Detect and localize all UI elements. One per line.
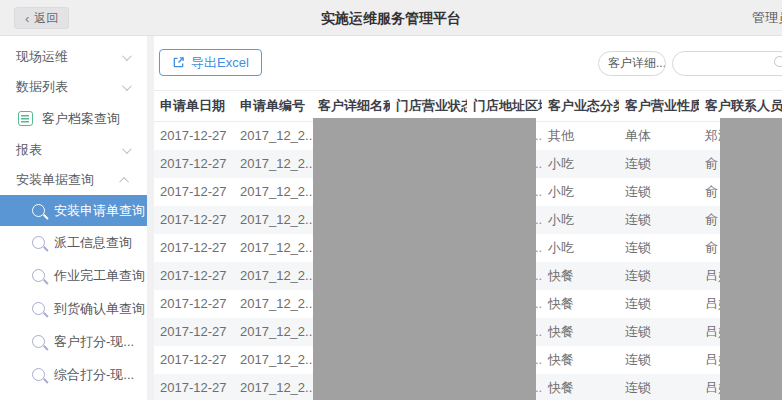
redaction-block-right	[720, 118, 782, 400]
sidebar-item[interactable]: 客户打分-现...	[0, 325, 147, 358]
sidebar-group[interactable]: 数据列表	[0, 72, 147, 102]
table-cell: 2017_12_2...	[234, 318, 312, 346]
sidebar-item[interactable]: 到货确认单查询	[0, 292, 147, 325]
sidebar-item[interactable]: 综合打分-现...	[0, 358, 147, 391]
table-cell: 连锁	[619, 374, 699, 400]
table-cell: 小吃	[542, 150, 619, 178]
table-cell: 连锁	[619, 346, 699, 374]
sidebar: 现场运维 数据列表 客户档案查询 报表 安装单据查询 安装申请单查询 派工信息查…	[0, 36, 147, 400]
sidebar-item-label: 安装申请单查询	[54, 202, 145, 220]
search-field-select[interactable]: 客户详细...	[598, 51, 666, 76]
sidebar-group-label: 现场运维	[16, 48, 68, 66]
page-title: 实施运维服务管理平台	[0, 0, 782, 36]
table-cell: 小吃	[542, 178, 619, 206]
table-cell: 2017-12-27	[154, 318, 234, 346]
table-cell: 连锁	[619, 150, 699, 178]
table-cell: 2017-12-27	[154, 122, 234, 150]
sidebar-item[interactable]: 客户档案查询	[0, 102, 147, 135]
column-header: 客户详细名称	[312, 91, 390, 122]
sidebar-item-label: 客户档案查询	[42, 110, 120, 128]
table-cell: 2017-12-27	[154, 374, 234, 400]
column-header: 客户营业性质	[619, 91, 699, 122]
table-cell: 2017_12_2...	[234, 206, 312, 234]
table-cell: 快餐	[542, 346, 619, 374]
table-cell: 快餐	[542, 290, 619, 318]
search-icon	[32, 335, 45, 348]
export-icon	[172, 56, 185, 69]
list-icon	[18, 111, 33, 126]
table-cell: 其他	[542, 122, 619, 150]
sidebar-group-label: 数据列表	[16, 78, 68, 96]
table-cell: 小吃	[542, 206, 619, 234]
column-header: 申请单日期	[154, 91, 234, 122]
search-icon	[774, 56, 782, 67]
chevron-down-icon	[122, 81, 132, 91]
toolbar: 导出Excel 客户详细...	[154, 36, 782, 90]
chevron-down-icon	[122, 144, 132, 154]
main-content: 导出Excel 客户详细... 申请单日期申请单编号客户详细名称门店营业状态门店…	[154, 36, 782, 400]
sidebar-item-label: 到货确认单查询	[54, 300, 145, 318]
table-cell: 2017-12-27	[154, 150, 234, 178]
search-icon	[32, 204, 45, 217]
search-icon	[32, 302, 45, 315]
sidebar-item-label: 作业完工单查询	[54, 267, 145, 285]
table-cell: 2017-12-27	[154, 346, 234, 374]
table-cell: 快餐	[542, 374, 619, 400]
table-cell: 2017_12_2...	[234, 290, 312, 318]
table-cell: 2017_12_2...	[234, 346, 312, 374]
sidebar-group[interactable]: 报表	[0, 135, 147, 165]
table-cell: 连锁	[619, 290, 699, 318]
column-header: 门店地址区域	[467, 91, 542, 122]
sidebar-item-label: 综合打分-现...	[54, 366, 134, 384]
export-excel-button[interactable]: 导出Excel	[159, 49, 262, 76]
search-icon	[32, 236, 45, 249]
table-cell: 2017_12_2...	[234, 122, 312, 150]
sidebar-group[interactable]: 现场运维	[0, 42, 147, 72]
search-icon	[32, 368, 45, 381]
search-icon	[32, 269, 45, 282]
user-menu[interactable]: 管理员	[752, 0, 782, 36]
column-header: 客户联系人员	[699, 91, 782, 122]
table-cell: 2017-12-27	[154, 206, 234, 234]
table-cell: 2017_12_2...	[234, 262, 312, 290]
table-cell: 连锁	[619, 262, 699, 290]
column-header: 客户业态分类	[542, 91, 619, 122]
table-cell: 连锁	[619, 318, 699, 346]
column-header: 门店营业状态	[390, 91, 467, 122]
table-cell: 单体	[619, 122, 699, 150]
search-input[interactable]	[672, 51, 782, 76]
table-cell: 快餐	[542, 318, 619, 346]
chevron-up-icon	[119, 176, 129, 186]
sidebar-group-label: 报表	[16, 141, 42, 159]
table-cell: 连锁	[619, 206, 699, 234]
chevron-down-icon	[122, 51, 132, 61]
redaction-block-left	[313, 118, 536, 400]
sidebar-item[interactable]: 派工信息查询	[0, 226, 147, 259]
table-cell: 小吃	[542, 234, 619, 262]
sidebar-divider	[147, 36, 154, 400]
table-cell: 连锁	[619, 234, 699, 262]
sidebar-group[interactable]: 安装单据查询	[0, 165, 147, 195]
table-cell: 2017-12-27	[154, 262, 234, 290]
search-field-select-value: 客户详细...	[608, 55, 666, 72]
table-cell: 2017_12_2...	[234, 178, 312, 206]
sidebar-item[interactable]: 作业完工单查询	[0, 259, 147, 292]
table-cell: 2017_12_2...	[234, 374, 312, 400]
top-header: ‹ 返回 实施运维服务管理平台 管理员	[0, 0, 782, 36]
column-header: 申请单编号	[234, 91, 312, 122]
table-cell: 快餐	[542, 262, 619, 290]
sidebar-item-active[interactable]: 安装申请单查询	[0, 195, 147, 226]
export-button-label: 导出Excel	[191, 54, 249, 72]
table-cell: 2017-12-27	[154, 234, 234, 262]
table-cell: 2017_12_2...	[234, 234, 312, 262]
table-header-row: 申请单日期申请单编号客户详细名称门店营业状态门店地址区域客户业态分类客户营业性质…	[154, 91, 782, 122]
table-cell: 连锁	[619, 178, 699, 206]
sidebar-group-label: 安装单据查询	[16, 171, 94, 189]
sidebar-item-label: 派工信息查询	[54, 234, 132, 252]
sidebar-item-label: 客户打分-现...	[54, 333, 134, 351]
table-cell: 2017_12_2...	[234, 150, 312, 178]
table-cell: 2017-12-27	[154, 178, 234, 206]
table-cell: 2017-12-27	[154, 290, 234, 318]
